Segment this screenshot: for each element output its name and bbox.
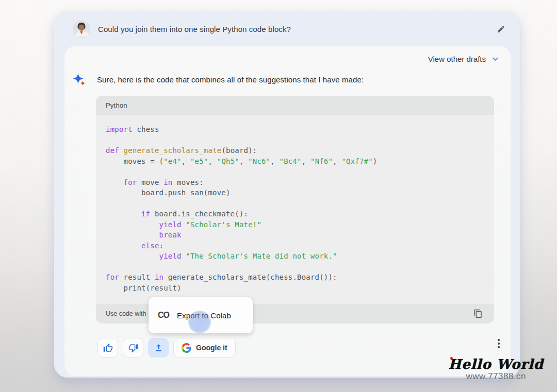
copy-button[interactable]: [473, 308, 485, 319]
copy-icon: [473, 309, 485, 318]
code-block: Python import chess def generate_scholar…: [96, 96, 494, 323]
code-line: break: [106, 230, 489, 241]
view-other-drafts-button[interactable]: View other drafts: [428, 54, 500, 64]
colab-icon: CO: [158, 311, 169, 320]
view-other-drafts-label: View other drafts: [428, 55, 486, 63]
watermark-url: www.77388.cn: [449, 371, 544, 381]
code-line: for move in moves:: [106, 177, 489, 188]
watermark-dot: [450, 357, 453, 360]
code-line: else:: [106, 241, 489, 251]
code-line: yield "Scholar's Mate!": [106, 219, 489, 230]
watermark: Hello World www.77388.cn: [449, 357, 544, 381]
pencil-icon: [497, 25, 508, 33]
thumbs-down-button[interactable]: [123, 338, 143, 357]
watermark-title: Hello World: [449, 357, 544, 371]
code-line: board.push_san(move): [106, 188, 489, 198]
google-g-icon: [182, 343, 191, 353]
code-line: [106, 135, 489, 146]
upload-icon: [154, 343, 163, 353]
code-language-bar: Python: [96, 96, 494, 115]
avatar: [73, 21, 90, 38]
code-line: yield "The Scholar's Mate did not work.": [106, 251, 489, 262]
assistant-intro-text: Sure, here is the code that combines all…: [97, 75, 364, 84]
more-options-button[interactable]: [493, 336, 504, 351]
share-export-button[interactable]: [148, 338, 169, 357]
edit-button[interactable]: [497, 23, 508, 35]
code-lines: import chess def generate_scholars_mate(…: [96, 115, 494, 304]
click-indicator: [188, 311, 211, 333]
response-actions: Google it: [97, 338, 236, 357]
code-line: for result in generate_scholars_mate(che…: [106, 272, 489, 283]
code-line: import chess: [106, 124, 489, 135]
user-message-text: Could you join them into one single Pyth…: [98, 25, 291, 33]
code-line: print(result): [106, 283, 489, 294]
bard-chat-screen: Could you join them into one single Pyth…: [0, 0, 557, 392]
code-line: if board.is_checkmate():: [106, 209, 489, 219]
more-options-icon: [498, 339, 499, 340]
code-line: [106, 166, 489, 177]
use-code-with-label: Use code with: [106, 310, 146, 317]
conversation-turn: Could you join them into one single Pyth…: [54, 11, 520, 378]
thumbs-down-icon: [128, 343, 138, 353]
thumbs-up-icon: [103, 343, 113, 353]
code-line: moves = ("e4", "e5", "Qh5", "Nc6", "Bc4"…: [106, 156, 489, 167]
code-line: [106, 262, 489, 272]
code-line: [106, 198, 489, 209]
thumbs-up-button[interactable]: [97, 338, 118, 357]
chevron-down-icon: [490, 54, 500, 64]
code-line: def generate_scholars_mate(board):: [106, 145, 489, 156]
google-it-button[interactable]: Google it: [173, 338, 236, 357]
avatar-image: [73, 21, 90, 38]
assistant-response-card: View other drafts Sure, here is the code…: [64, 46, 511, 376]
code-language-label: Python: [106, 101, 127, 109]
export-to-colab-menu-item[interactable]: CO Export to Colab: [149, 297, 253, 333]
bard-sparkle-icon: [72, 73, 87, 87]
google-it-label: Google it: [196, 344, 227, 352]
